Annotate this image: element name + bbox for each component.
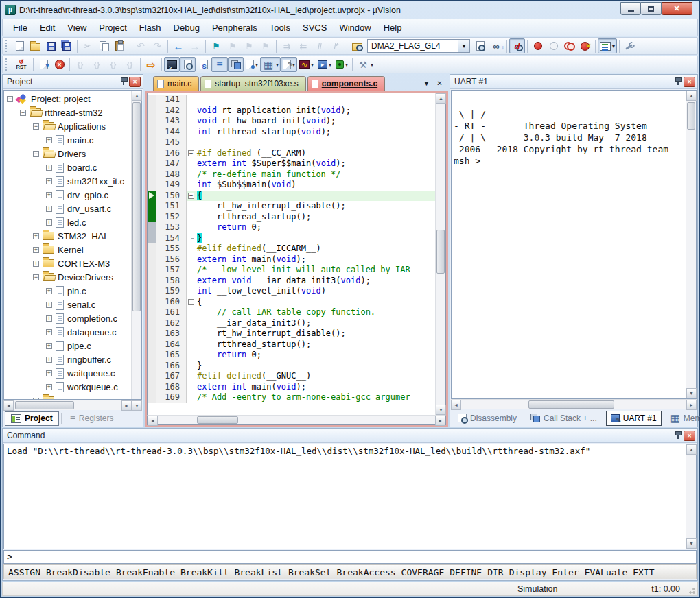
- find-button[interactable]: [472, 38, 488, 53]
- registers-window-button[interactable]: [211, 57, 228, 72]
- code-line-157[interactable]: 157/* __low_level_init will auto called …: [148, 265, 435, 276]
- code-line-162[interactable]: 162 __iar_data_init3();: [148, 318, 435, 329]
- tree-item-kernel[interactable]: +Kernel: [4, 243, 131, 256]
- memory-windows-button[interactable]: ▾: [260, 57, 281, 72]
- dropdown-arrow-icon[interactable]: ▾: [371, 62, 373, 68]
- find-in-files-button[interactable]: [349, 38, 365, 53]
- code-line-164[interactable]: 164 rtthread_startup();: [148, 339, 435, 350]
- command-vscrollbar[interactable]: ▲ ▼: [686, 444, 696, 549]
- project-tree-hscrollbar[interactable]: ◄ ► ▼: [3, 400, 142, 410]
- scroll-left-icon[interactable]: ◄: [451, 400, 461, 410]
- symbol-window-button[interactable]: [196, 57, 211, 72]
- kill-all-breakpoints-button[interactable]: [577, 38, 593, 53]
- call-stack-window-button[interactable]: [228, 57, 244, 72]
- scroll-thumb[interactable]: [132, 102, 141, 311]
- panel-tab-registers[interactable]: Registers: [64, 411, 120, 426]
- scroll-up-icon[interactable]: ▲: [436, 93, 446, 104]
- pin-panel-button[interactable]: [117, 77, 129, 87]
- expand-icon[interactable]: +: [33, 233, 39, 239]
- close-panel-button[interactable]: ✕: [684, 431, 695, 441]
- command-button-evaluate[interactable]: EVALuate: [582, 567, 631, 577]
- uncomment-selection-button[interactable]: [328, 38, 345, 53]
- undo-button[interactable]: [132, 38, 149, 53]
- start-stop-debug-button[interactable]: [509, 38, 525, 53]
- menu-file[interactable]: File: [7, 20, 34, 36]
- pin-panel-button[interactable]: [672, 77, 684, 87]
- scroll-down-icon[interactable]: ▼: [132, 400, 142, 411]
- scroll-left-icon[interactable]: ◄: [3, 400, 14, 411]
- tree-item-main-c[interactable]: +main.c: [4, 133, 131, 147]
- scroll-thumb[interactable]: [197, 416, 238, 424]
- scroll-thumb[interactable]: [436, 230, 445, 274]
- scroll-right-icon[interactable]: ►: [121, 400, 132, 411]
- expand-icon[interactable]: +: [46, 343, 52, 349]
- command-button-breakdisable[interactable]: BreakDisable: [43, 567, 113, 577]
- reset-cpu-button[interactable]: [12, 57, 31, 72]
- expand-icon[interactable]: +: [46, 357, 52, 363]
- menu-peripherals[interactable]: Peripherals: [206, 20, 264, 36]
- trace-windows-button[interactable]: ▾: [316, 57, 334, 72]
- dropdown-arrow-icon[interactable]: ▾: [255, 62, 258, 68]
- step-button[interactable]: [72, 57, 89, 72]
- clear-all-bookmarks-button[interactable]: [257, 38, 274, 53]
- find-text-combo[interactable]: DMA2_FLAG_GL4▾: [367, 39, 470, 53]
- menu-window[interactable]: Window: [333, 20, 377, 36]
- code-line-143[interactable]: 143void rt_hw_board_init(void);: [148, 116, 435, 127]
- command-window-button[interactable]: [164, 57, 180, 72]
- code-line-165[interactable]: 165 return 0;: [148, 350, 435, 361]
- insert-remove-breakpoint-button[interactable]: [530, 38, 546, 53]
- step-out-button[interactable]: [105, 57, 121, 72]
- minimize-button[interactable]: [620, 2, 641, 15]
- code-line-169[interactable]: 169/* Add -eentry to arm-none-eabi-gcc a…: [148, 392, 435, 403]
- scroll-down-icon[interactable]: ▼: [436, 405, 446, 415]
- menu-svcs[interactable]: SVCS: [296, 20, 333, 36]
- unindent-button[interactable]: [295, 38, 312, 53]
- project-tree-vscrollbar[interactable]: ▲: [131, 91, 141, 399]
- view-tab-uart-#1[interactable]: UART #1: [606, 411, 662, 426]
- serial-windows-button[interactable]: ▾: [281, 57, 297, 72]
- paste-button[interactable]: [112, 38, 128, 53]
- command-button-breakaccess[interactable]: BreakAccess: [334, 567, 399, 577]
- collapse-icon[interactable]: −: [7, 96, 13, 102]
- redo-button[interactable]: [149, 38, 165, 53]
- code-line-144[interactable]: 144int rtthread_startup(void);: [148, 127, 435, 138]
- tree-item-completion-c[interactable]: +completion.c: [4, 311, 131, 325]
- tab-list-button[interactable]: ▼: [421, 77, 432, 89]
- menu-flash[interactable]: Flash: [133, 20, 167, 36]
- tree-item-drv-usart-c[interactable]: +drv_usart.c: [4, 202, 131, 215]
- watch-windows-button[interactable]: ▾: [244, 57, 260, 72]
- command-button-dir[interactable]: DIR: [485, 567, 506, 577]
- expand-icon[interactable]: +: [46, 302, 52, 308]
- command-input[interactable]: >: [3, 550, 697, 564]
- code-line-141[interactable]: 141: [148, 95, 435, 106]
- expand-icon[interactable]: +: [46, 178, 52, 184]
- menu-edit[interactable]: Edit: [34, 20, 61, 36]
- expand-icon[interactable]: +: [46, 329, 52, 335]
- panel-tab-project[interactable]: Project: [5, 411, 59, 426]
- copy-button[interactable]: [96, 38, 112, 53]
- dropdown-arrow-icon[interactable]: ▾: [612, 43, 615, 49]
- tree-item-stm32-hal[interactable]: +STM32_HAL: [4, 229, 131, 243]
- menu-help[interactable]: Help: [377, 20, 408, 36]
- view-tab-disassembly[interactable]: Disassembly: [453, 411, 522, 426]
- uart-terminal[interactable]: \ | / - RT - Thread Operating System / |…: [452, 91, 686, 398]
- tab-main-c[interactable]: main.c: [153, 76, 199, 91]
- command-button-breaklist[interactable]: BreakList: [231, 567, 285, 577]
- run-to-cursor-button[interactable]: [121, 57, 138, 72]
- system-viewer-windows-button[interactable]: ▾: [334, 57, 350, 72]
- scroll-right-icon[interactable]: ►: [435, 416, 445, 426]
- expand-icon[interactable]: +: [33, 261, 39, 267]
- tree-item-stm32f1xx-it-c[interactable]: +stm32f1xx_it.c: [4, 174, 131, 188]
- uart-vscrollbar[interactable]: ▲ ▼: [686, 91, 696, 398]
- tree-item-rtthread-stm32[interactable]: −rtthread-stm32: [4, 106, 131, 119]
- code-line-168[interactable]: 168extern int main(void);: [148, 382, 435, 393]
- command-button-breakset[interactable]: BreakSet: [285, 567, 334, 577]
- tab-startup-stm32f103xe-s[interactable]: startup_stm32f103xe.s: [200, 76, 305, 91]
- insert-bookmark-button[interactable]: [208, 38, 224, 53]
- tree-item-ringbuffer-c[interactable]: +ringbuffer.c: [4, 352, 131, 366]
- menu-tools[interactable]: Tools: [264, 20, 296, 36]
- previous-bookmark-button[interactable]: [224, 38, 241, 53]
- code-line-154[interactable]: 154}: [148, 233, 435, 244]
- code-line-148[interactable]: 148/* re-define main function */: [148, 169, 435, 180]
- code-line-151[interactable]: 151 rt_hw_interrupt_disable();: [148, 201, 435, 212]
